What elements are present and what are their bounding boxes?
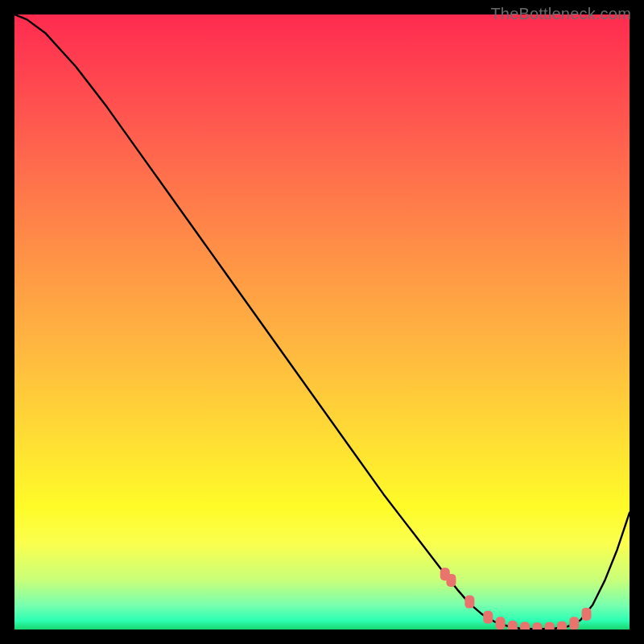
chart-svg (14, 14, 630, 630)
plot-area (14, 14, 630, 630)
marker-dot (483, 611, 493, 624)
marker-dot (545, 622, 555, 630)
marker-dot (582, 608, 592, 621)
curve-markers (440, 568, 592, 630)
marker-dot (557, 621, 567, 630)
marker-dot (496, 617, 506, 630)
marker-dot (464, 596, 474, 609)
marker-dot (508, 621, 518, 630)
marker-dot (569, 617, 579, 630)
marker-dot (532, 622, 542, 630)
marker-dot (520, 621, 530, 630)
watermark-text: TheBottleneck.com (490, 5, 631, 23)
marker-dot (446, 574, 456, 587)
curve-line (14, 14, 630, 629)
